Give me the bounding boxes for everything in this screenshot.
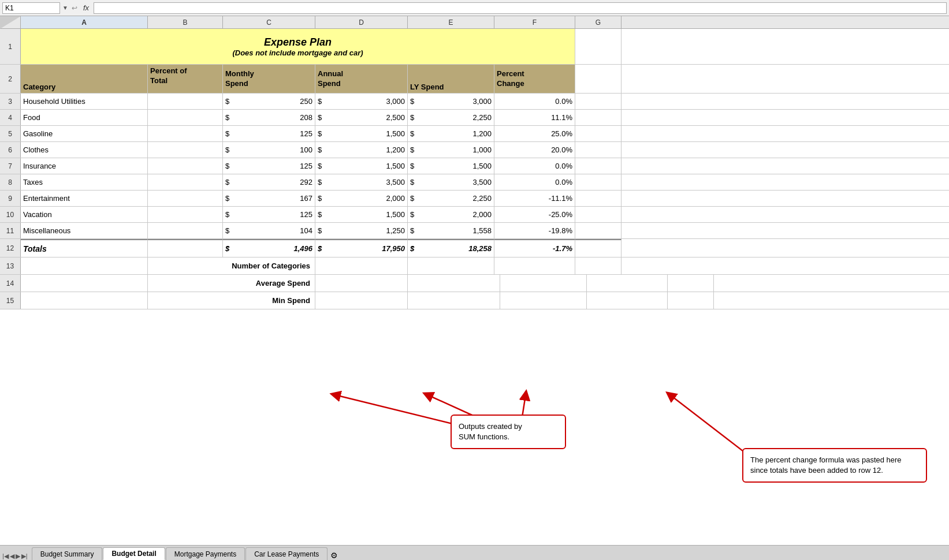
cell-12-e[interactable]: $18,258 — [408, 239, 494, 257]
cell-4-d[interactable]: $2,500 — [315, 110, 408, 125]
tab-next-icon[interactable]: ▶ — [16, 552, 20, 560]
cell-8-a[interactable]: Taxes — [21, 174, 148, 190]
cell-9-d[interactable]: $2,000 — [315, 191, 408, 206]
cell-4-a[interactable]: Food — [21, 110, 148, 125]
cell-14-c[interactable] — [315, 275, 408, 292]
cell-7-b[interactable] — [148, 158, 223, 174]
cell-5-f[interactable]: 25.0% — [494, 126, 575, 141]
cell-7-d[interactable]: $1,500 — [315, 158, 408, 174]
tab-mortgage-payments[interactable]: Mortgage Payments — [166, 547, 245, 560]
cell-13-g[interactable] — [575, 257, 621, 274]
cell-14-e[interactable] — [500, 275, 587, 292]
cell-3-g[interactable] — [575, 94, 621, 109]
cell-10-d[interactable]: $1,500 — [315, 207, 408, 222]
cell-15-g[interactable] — [668, 292, 714, 309]
cell-5-g[interactable] — [575, 126, 621, 141]
cell-6-g[interactable] — [575, 142, 621, 158]
cell-7-g[interactable] — [575, 158, 621, 174]
cell-10-c[interactable]: $125 — [223, 207, 315, 222]
cell-9-a[interactable]: Entertainment — [21, 191, 148, 206]
cell-11-e[interactable]: $1,558 — [408, 223, 494, 238]
cell-12-f[interactable]: -1.7% — [494, 239, 575, 257]
tab-first-icon[interactable]: |◀ — [2, 552, 9, 560]
cell-9-c[interactable]: $167 — [223, 191, 315, 206]
cell-2-b[interactable]: Percent ofTotal — [148, 65, 223, 93]
cell-3-b[interactable] — [148, 94, 223, 109]
cell-14-d[interactable] — [408, 275, 500, 292]
cell-5-c[interactable]: $125 — [223, 126, 315, 141]
cell-9-g[interactable] — [575, 191, 621, 206]
cell-9-b[interactable] — [148, 191, 223, 206]
cell-2-a[interactable]: Category — [21, 65, 148, 93]
cell-15-f[interactable] — [587, 292, 668, 309]
cell-6-d[interactable]: $1,200 — [315, 142, 408, 158]
cell-3-d[interactable]: $3,000 — [315, 94, 408, 109]
cell-3-f[interactable]: 0.0% — [494, 94, 575, 109]
cell-12-c[interactable]: $1,496 — [223, 239, 315, 257]
cell-4-g[interactable] — [575, 110, 621, 125]
cell-5-d[interactable]: $1,500 — [315, 126, 408, 141]
col-header-c[interactable]: C — [223, 16, 315, 28]
cell-15-d[interactable] — [408, 292, 500, 309]
cell-11-a[interactable]: Miscellaneous — [21, 223, 148, 238]
col-header-e[interactable]: E — [408, 16, 494, 28]
col-header-g[interactable]: G — [575, 16, 621, 28]
dropdown-arrow-icon[interactable]: ▼ — [62, 5, 68, 11]
cell-2-e[interactable]: LY Spend — [408, 65, 494, 93]
cell-4-e[interactable]: $2,250 — [408, 110, 494, 125]
cell-6-f[interactable]: 20.0% — [494, 142, 575, 158]
cell-11-d[interactable]: $1,250 — [315, 223, 408, 238]
cell-9-e[interactable]: $2,250 — [408, 191, 494, 206]
cell-14-f[interactable] — [587, 275, 668, 292]
cell-5-a[interactable]: Gasoline — [21, 126, 148, 141]
cell-6-c[interactable]: $100 — [223, 142, 315, 158]
tab-last-icon[interactable]: ▶| — [21, 552, 28, 560]
tab-budget-detail[interactable]: Budget Detail — [103, 547, 165, 560]
cell-12-b[interactable] — [148, 239, 223, 257]
cell-reference-box[interactable]: K1 — [2, 2, 60, 14]
cell-6-b[interactable] — [148, 142, 223, 158]
cell-14-a[interactable] — [21, 275, 148, 292]
tab-car-lease-payments[interactable]: Car Lease Payments — [245, 547, 328, 560]
cell-13-e[interactable] — [408, 257, 494, 274]
cell-15-a[interactable] — [21, 292, 148, 309]
cell-5-b[interactable] — [148, 126, 223, 141]
cell-11-f[interactable]: -19.8% — [494, 223, 575, 238]
tab-prev-icon[interactable]: ◀ — [10, 552, 14, 560]
cell-6-e[interactable]: $1,000 — [408, 142, 494, 158]
cell-6-a[interactable]: Clothes — [21, 142, 148, 158]
cell-8-g[interactable] — [575, 174, 621, 190]
cell-2-g[interactable] — [575, 65, 621, 93]
cell-8-e[interactable]: $3,500 — [408, 174, 494, 190]
cell-10-f[interactable]: -25.0% — [494, 207, 575, 222]
cell-4-b[interactable] — [148, 110, 223, 125]
formula-input[interactable] — [94, 2, 947, 14]
cell-8-d[interactable]: $3,500 — [315, 174, 408, 190]
cell-10-a[interactable]: Vacation — [21, 207, 148, 222]
cell-2-d[interactable]: AnnualSpend — [315, 65, 408, 93]
undo-icon[interactable]: ↩ — [72, 4, 77, 12]
cell-3-a[interactable]: Household Utilities — [21, 94, 148, 109]
cell-2-f[interactable]: PercentChange — [494, 65, 575, 93]
insert-sheet-icon[interactable]: ⚙ — [330, 551, 338, 560]
col-header-b[interactable]: B — [148, 16, 223, 28]
cell-11-g[interactable] — [575, 223, 621, 238]
cell-12-g[interactable] — [575, 239, 621, 257]
col-header-d[interactable]: D — [315, 16, 408, 28]
cell-15-b[interactable]: Min Spend — [148, 292, 315, 309]
cell-4-f[interactable]: 11.1% — [494, 110, 575, 125]
cell-3-c[interactable]: $250 — [223, 94, 315, 109]
cell-9-f[interactable]: -11.1% — [494, 191, 575, 206]
col-header-f[interactable]: F — [494, 16, 575, 28]
cell-7-c[interactable]: $125 — [223, 158, 315, 174]
cell-5-e[interactable]: $1,200 — [408, 126, 494, 141]
cell-4-c[interactable]: $208 — [223, 110, 315, 125]
cell-15-c[interactable] — [315, 292, 408, 309]
cell-12-d[interactable]: $17,950 — [315, 239, 408, 257]
cell-2-c[interactable]: MonthlySpend — [223, 65, 315, 93]
cell-7-f[interactable]: 0.0% — [494, 158, 575, 174]
cell-12-a[interactable]: Totals — [21, 239, 148, 257]
cell-1-g[interactable] — [575, 29, 621, 64]
cell-10-b[interactable] — [148, 207, 223, 222]
cell-11-c[interactable]: $104 — [223, 223, 315, 238]
